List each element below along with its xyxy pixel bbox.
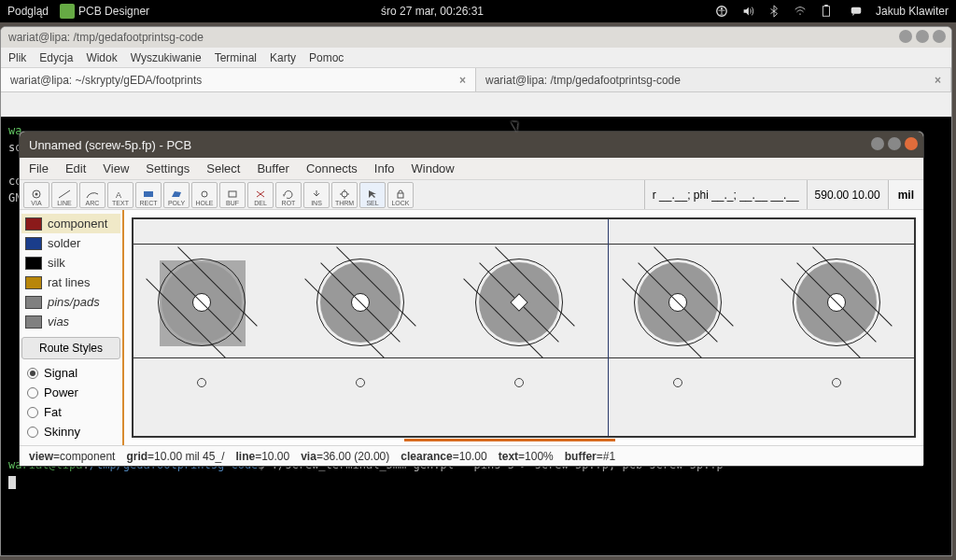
pcb-menu-window[interactable]: Window [412,161,455,175]
accessibility-icon[interactable] [715,5,728,18]
svg-point-6 [35,192,38,195]
menu-widok[interactable]: Widok [86,51,117,64]
tool-buf[interactable]: BUF [219,182,246,208]
layer-pinspads[interactable]: pins/pads [21,292,120,312]
bluetooth-icon[interactable] [767,5,780,18]
pcb-canvas[interactable] [132,217,916,438]
layer-component[interactable]: component [21,214,120,233]
terminal-cursor [8,476,16,489]
panel-clock[interactable]: śro 27 mar, 00:26:31 [149,5,715,18]
pcb-menubar: File Edit View Settings Select Buffer Co… [20,158,923,180]
tool-text[interactable]: ATEXT [107,182,134,208]
menu-karty[interactable]: Karty [270,51,296,64]
pcb-coord-readout: r __.__; phi __._; __.__ __.__ [644,180,807,209]
pcb-statusbar: view=component grid=10.00 mil 45_/ line=… [20,445,923,466]
tool-rot[interactable]: ROT [275,182,302,208]
pcb-menu-select[interactable]: Select [206,161,240,175]
pcb-canvas-area[interactable] [124,210,923,445]
tool-del[interactable]: DEL [247,182,274,208]
pcb-titlebar[interactable]: Unnamed (screw-5p.fp) - PCB [20,132,923,158]
route-skinny[interactable]: Skinny [21,422,120,441]
pcb-pad-4[interactable] [638,262,718,343]
silk-hole [197,378,206,387]
tool-lock[interactable]: LOCK [387,182,414,208]
pcb-menu-file[interactable]: File [29,161,49,175]
layer-solder[interactable]: solder [21,233,120,253]
pcb-sidebar: component solder silk rat lines pins/pad… [20,210,124,445]
tool-sel[interactable]: SEL [359,182,386,208]
pcb-menu-info[interactable]: Info [374,161,395,175]
battery-icon[interactable] [820,5,833,18]
pcb-pad-5[interactable] [796,262,877,343]
pcb-toolbar: VIA LINE ARC ATEXT RECT POLY HOLE BUF DE… [20,182,417,208]
layer-ratlines[interactable]: rat lines [21,273,120,292]
silk-hole [356,378,365,387]
tool-rect[interactable]: RECT [135,182,162,208]
pcb-window: Unnamed (screw-5p.fp) - PCB File Edit Vi… [19,131,924,467]
close-button[interactable] [933,30,946,43]
pcb-designer-icon [60,4,75,19]
active-app[interactable]: PCB Designer [60,4,149,19]
pcb-unit-toggle[interactable]: mil [888,180,923,209]
menu-edycja[interactable]: Edycja [39,51,73,64]
tab-close-icon[interactable]: × [459,74,466,87]
pcb-menu-settings[interactable]: Settings [146,161,190,175]
tool-poly[interactable]: POLY [163,182,190,208]
svg-rect-12 [398,193,403,198]
maximize-button[interactable] [916,30,929,43]
layer-silk[interactable]: silk [21,253,120,273]
pcb-menu-edit[interactable]: Edit [65,161,86,175]
pcb-maximize-button[interactable] [888,137,901,150]
pcb-menu-buffer[interactable]: Buffer [257,161,288,175]
svg-text:A: A [116,190,121,199]
volume-icon[interactable] [741,5,754,18]
tool-thrm[interactable]: THRM [331,182,358,208]
svg-rect-8 [144,191,153,197]
tool-ins[interactable]: INS [303,182,330,208]
tool-via[interactable]: VIA [23,182,49,208]
route-signal[interactable]: Signal [21,363,120,383]
wifi-icon[interactable] [794,5,807,18]
tool-hole[interactable]: HOLE [191,182,218,208]
route-fat[interactable]: Fat [21,402,120,422]
svg-rect-3 [824,5,828,7]
layer-vias[interactable]: vias [21,312,120,331]
silk-hole [514,378,524,387]
pcb-menu-view[interactable]: View [103,161,129,175]
pcb-zoom-readout: 590.00 10.00 [807,180,888,209]
svg-rect-4 [851,7,862,14]
svg-rect-10 [229,191,236,197]
pcb-pad-3[interactable] [479,262,559,343]
menu-terminal[interactable]: Terminal [215,51,257,64]
route-power[interactable]: Power [21,383,120,402]
svg-point-11 [342,191,347,197]
svg-rect-2 [822,7,829,17]
minimize-button[interactable] [899,30,912,43]
terminal-tab-2[interactable]: wariat@lipa: /tmp/gedafootprintsg-code × [476,68,951,91]
tool-line[interactable]: LINE [51,182,77,208]
terminal-titlebar[interactable]: wariat@lipa: /tmp/gedafootprintsg-code [1,27,951,48]
route-styles-button[interactable]: Route Styles [21,337,120,359]
tab-close-icon[interactable]: × [935,74,941,87]
silk-hole [673,378,682,387]
terminal-menubar: Plik Edycja Widok Wyszukiwanie Terminal … [1,48,951,68]
pcb-menu-connects[interactable]: Connects [306,161,358,175]
activities-label[interactable]: Podgląd [7,5,49,18]
panel-username[interactable]: Jakub Klawiter [876,5,949,18]
svg-point-1 [721,7,723,9]
chat-icon[interactable] [850,5,863,18]
menu-pomoc[interactable]: Pomoc [309,51,344,64]
terminal-tab-1[interactable]: wariat@lipa: ~/skrypty/gEDA/footprints × [1,68,476,91]
pcb-pad-2[interactable] [320,262,401,343]
tool-arc[interactable]: ARC [79,182,105,208]
pcb-close-button[interactable] [905,137,918,150]
svg-point-9 [202,191,207,197]
gnome-panel: Podgląd PCB Designer śro 27 mar, 00:26:3… [0,0,956,22]
menu-wyszukiwanie[interactable]: Wyszukiwanie [131,51,202,64]
terminal-tabs: wariat@lipa: ~/skrypty/gEDA/footprints ×… [1,68,951,92]
silk-hole [832,378,841,387]
menu-plik[interactable]: Plik [8,51,26,64]
pcb-pad-1[interactable] [162,262,242,343]
pcb-minimize-button[interactable] [871,137,884,150]
